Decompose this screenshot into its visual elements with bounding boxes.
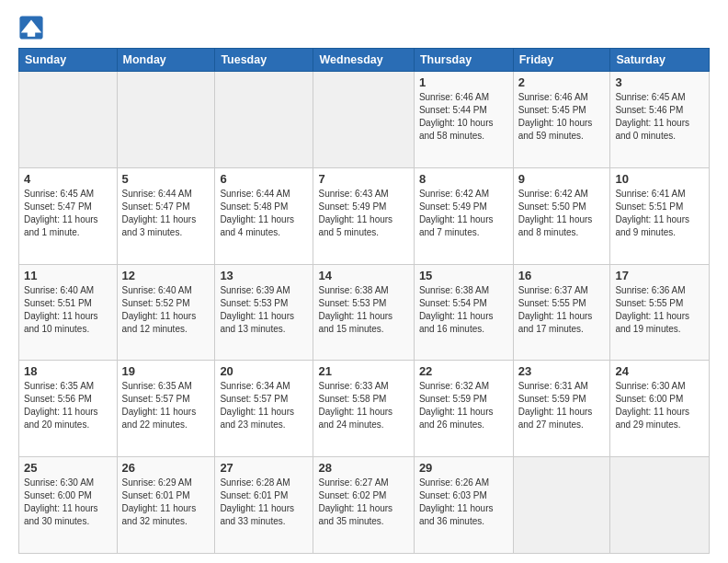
day-number: 16 xyxy=(518,269,606,282)
cell-info: Sunrise: 6:42 AM Sunset: 5:49 PM Dayligh… xyxy=(419,188,508,239)
day-number: 3 xyxy=(615,75,704,89)
day-number: 27 xyxy=(220,461,308,475)
day-header-wednesday: Wednesday xyxy=(313,49,414,72)
cell-info: Sunrise: 6:30 AM Sunset: 6:00 PM Dayligh… xyxy=(24,477,112,528)
cell-info: Sunrise: 6:35 AM Sunset: 5:57 PM Dayligh… xyxy=(122,380,210,431)
day-number: 10 xyxy=(615,172,704,186)
calendar-cell: 14Sunrise: 6:38 AM Sunset: 5:53 PM Dayli… xyxy=(313,264,414,361)
day-header-friday: Friday xyxy=(513,49,610,72)
day-number: 24 xyxy=(615,364,704,378)
calendar-cell: 8Sunrise: 6:42 AM Sunset: 5:49 PM Daylig… xyxy=(414,167,513,264)
day-number: 8 xyxy=(419,172,508,186)
calendar-cell: 27Sunrise: 6:28 AM Sunset: 6:01 PM Dayli… xyxy=(215,457,313,554)
week-row-3: 18Sunrise: 6:35 AM Sunset: 5:56 PM Dayli… xyxy=(19,361,710,457)
calendar-cell: 22Sunrise: 6:32 AM Sunset: 5:59 PM Dayli… xyxy=(414,361,513,457)
cell-info: Sunrise: 6:33 AM Sunset: 5:58 PM Dayligh… xyxy=(318,380,408,431)
cell-info: Sunrise: 6:28 AM Sunset: 6:01 PM Dayligh… xyxy=(220,477,308,528)
calendar-cell xyxy=(215,72,313,168)
calendar-cell: 28Sunrise: 6:27 AM Sunset: 6:02 PM Dayli… xyxy=(313,457,414,554)
calendar-cell: 18Sunrise: 6:35 AM Sunset: 5:56 PM Dayli… xyxy=(19,361,118,457)
calendar-cell: 10Sunrise: 6:41 AM Sunset: 5:51 PM Dayli… xyxy=(610,167,710,264)
calendar-header-row: SundayMondayTuesdayWednesdayThursdayFrid… xyxy=(19,49,710,72)
day-number: 25 xyxy=(24,461,112,475)
cell-info: Sunrise: 6:46 AM Sunset: 5:44 PM Dayligh… xyxy=(419,91,508,143)
calendar-cell: 23Sunrise: 6:31 AM Sunset: 5:59 PM Dayli… xyxy=(513,361,610,457)
calendar-cell: 25Sunrise: 6:30 AM Sunset: 6:00 PM Dayli… xyxy=(19,457,118,554)
cell-info: Sunrise: 6:45 AM Sunset: 5:46 PM Dayligh… xyxy=(615,91,704,143)
day-number: 14 xyxy=(318,269,408,282)
logo xyxy=(18,15,48,40)
cell-info: Sunrise: 6:34 AM Sunset: 5:57 PM Dayligh… xyxy=(220,380,308,431)
calendar-cell: 17Sunrise: 6:36 AM Sunset: 5:55 PM Dayli… xyxy=(610,264,710,361)
page: SundayMondayTuesdayWednesdayThursdayFrid… xyxy=(0,0,728,563)
day-number: 12 xyxy=(122,269,210,282)
week-row-1: 4Sunrise: 6:45 AM Sunset: 5:47 PM Daylig… xyxy=(19,167,710,264)
calendar-cell: 24Sunrise: 6:30 AM Sunset: 6:00 PM Dayli… xyxy=(610,361,710,457)
cell-info: Sunrise: 6:46 AM Sunset: 5:45 PM Dayligh… xyxy=(518,91,606,143)
day-number: 1 xyxy=(419,75,508,89)
calendar-cell xyxy=(513,457,610,554)
week-row-4: 25Sunrise: 6:30 AM Sunset: 6:00 PM Dayli… xyxy=(19,457,710,554)
day-number: 21 xyxy=(318,364,408,378)
cell-info: Sunrise: 6:35 AM Sunset: 5:56 PM Dayligh… xyxy=(24,380,112,431)
calendar-cell xyxy=(313,72,414,168)
cell-info: Sunrise: 6:38 AM Sunset: 5:53 PM Dayligh… xyxy=(318,284,408,336)
cell-info: Sunrise: 6:29 AM Sunset: 6:01 PM Dayligh… xyxy=(122,477,210,528)
calendar-cell: 16Sunrise: 6:37 AM Sunset: 5:55 PM Dayli… xyxy=(513,264,610,361)
day-number: 4 xyxy=(24,172,112,186)
cell-info: Sunrise: 6:27 AM Sunset: 6:02 PM Dayligh… xyxy=(318,477,408,528)
cell-info: Sunrise: 6:41 AM Sunset: 5:51 PM Dayligh… xyxy=(615,188,704,239)
day-number: 19 xyxy=(122,364,210,378)
cell-info: Sunrise: 6:42 AM Sunset: 5:50 PM Dayligh… xyxy=(518,188,606,239)
calendar-cell xyxy=(117,72,215,168)
cell-info: Sunrise: 6:31 AM Sunset: 5:59 PM Dayligh… xyxy=(518,380,606,431)
calendar-cell: 5Sunrise: 6:44 AM Sunset: 5:47 PM Daylig… xyxy=(117,167,215,264)
day-number: 18 xyxy=(24,364,112,378)
day-number: 26 xyxy=(122,461,210,475)
calendar-cell: 11Sunrise: 6:40 AM Sunset: 5:51 PM Dayli… xyxy=(19,264,118,361)
cell-info: Sunrise: 6:26 AM Sunset: 6:03 PM Dayligh… xyxy=(419,477,508,528)
week-row-2: 11Sunrise: 6:40 AM Sunset: 5:51 PM Dayli… xyxy=(19,264,710,361)
day-header-thursday: Thursday xyxy=(414,49,513,72)
calendar-cell: 13Sunrise: 6:39 AM Sunset: 5:53 PM Dayli… xyxy=(215,264,313,361)
calendar-cell: 26Sunrise: 6:29 AM Sunset: 6:01 PM Dayli… xyxy=(117,457,215,554)
day-number: 28 xyxy=(318,461,408,475)
day-number: 22 xyxy=(419,364,508,378)
calendar-cell: 2Sunrise: 6:46 AM Sunset: 5:45 PM Daylig… xyxy=(513,72,610,168)
day-number: 23 xyxy=(518,364,606,378)
calendar-cell: 7Sunrise: 6:43 AM Sunset: 5:49 PM Daylig… xyxy=(313,167,414,264)
cell-info: Sunrise: 6:38 AM Sunset: 5:54 PM Dayligh… xyxy=(419,284,508,336)
cell-info: Sunrise: 6:39 AM Sunset: 5:53 PM Dayligh… xyxy=(220,284,308,336)
calendar-cell: 9Sunrise: 6:42 AM Sunset: 5:50 PM Daylig… xyxy=(513,167,610,264)
day-number: 29 xyxy=(419,461,508,475)
cell-info: Sunrise: 6:32 AM Sunset: 5:59 PM Dayligh… xyxy=(419,380,508,431)
calendar-cell: 12Sunrise: 6:40 AM Sunset: 5:52 PM Dayli… xyxy=(117,264,215,361)
cell-info: Sunrise: 6:30 AM Sunset: 6:00 PM Dayligh… xyxy=(615,380,704,431)
calendar-cell: 19Sunrise: 6:35 AM Sunset: 5:57 PM Dayli… xyxy=(117,361,215,457)
cell-info: Sunrise: 6:37 AM Sunset: 5:55 PM Dayligh… xyxy=(518,284,606,336)
calendar-cell: 3Sunrise: 6:45 AM Sunset: 5:46 PM Daylig… xyxy=(610,72,710,168)
day-header-sunday: Sunday xyxy=(19,49,118,72)
day-number: 6 xyxy=(220,172,308,186)
svg-rect-2 xyxy=(28,29,35,36)
day-header-saturday: Saturday xyxy=(610,49,710,72)
day-number: 5 xyxy=(122,172,210,186)
cell-info: Sunrise: 6:44 AM Sunset: 5:47 PM Dayligh… xyxy=(122,188,210,239)
calendar-cell: 20Sunrise: 6:34 AM Sunset: 5:57 PM Dayli… xyxy=(215,361,313,457)
day-number: 11 xyxy=(24,269,112,282)
day-number: 17 xyxy=(615,269,704,282)
cell-info: Sunrise: 6:40 AM Sunset: 5:52 PM Dayligh… xyxy=(122,284,210,336)
day-number: 15 xyxy=(419,269,508,282)
calendar-cell: 15Sunrise: 6:38 AM Sunset: 5:54 PM Dayli… xyxy=(414,264,513,361)
header xyxy=(18,15,710,40)
calendar-cell xyxy=(19,72,118,168)
calendar-cell: 1Sunrise: 6:46 AM Sunset: 5:44 PM Daylig… xyxy=(414,72,513,168)
calendar-cell xyxy=(610,457,710,554)
day-number: 20 xyxy=(220,364,308,378)
day-header-tuesday: Tuesday xyxy=(215,49,313,72)
day-number: 7 xyxy=(318,172,408,186)
calendar-table: SundayMondayTuesdayWednesdayThursdayFrid… xyxy=(18,48,710,554)
calendar-cell: 29Sunrise: 6:26 AM Sunset: 6:03 PM Dayli… xyxy=(414,457,513,554)
week-row-0: 1Sunrise: 6:46 AM Sunset: 5:44 PM Daylig… xyxy=(19,72,710,168)
cell-info: Sunrise: 6:36 AM Sunset: 5:55 PM Dayligh… xyxy=(615,284,704,336)
